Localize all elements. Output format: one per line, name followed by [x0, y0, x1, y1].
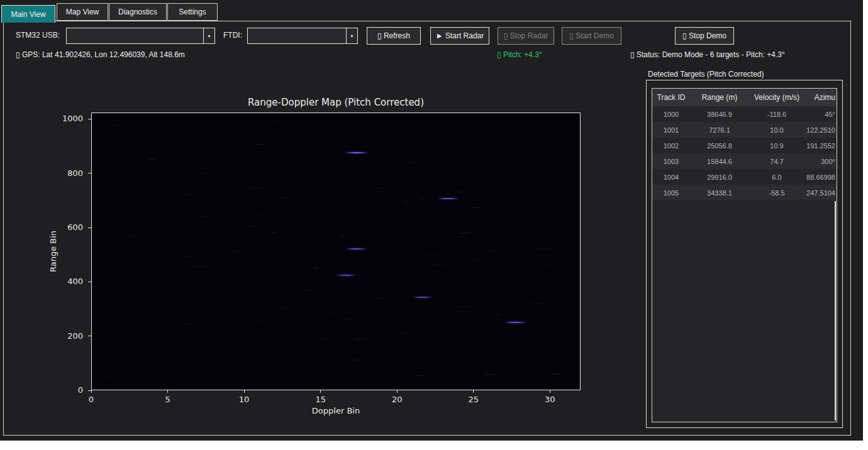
x-axis-label: Doppler Bin — [91, 406, 581, 415]
noise-speckle — [345, 293, 357, 295]
noise-speckle — [370, 190, 395, 192]
noise-speckle — [275, 197, 298, 199]
chart-title: Range-Doppler Map (Pitch Corrected) — [91, 97, 581, 108]
noise-speckle — [394, 354, 406, 356]
noise-speckle — [335, 137, 360, 139]
tab-settings[interactable]: Settings — [167, 3, 218, 21]
noise-speckle — [438, 256, 468, 257]
noise-speckle — [133, 270, 158, 272]
cell-velocity: 74.7 — [749, 158, 804, 165]
tab-map-view[interactable]: Map View — [57, 3, 108, 21]
noise-speckle — [524, 302, 551, 305]
noise-speckle — [213, 351, 229, 353]
range-doppler-heatmap — [91, 112, 581, 390]
table-header-row: Track ID Range (m) Velocity (m/s) Azimu — [652, 89, 837, 106]
y-tick-label: 0 — [44, 385, 83, 395]
stm32-usb-select[interactable]: ▼ — [66, 28, 215, 44]
noise-speckle — [245, 187, 270, 190]
cell-track-id: 1002 — [652, 142, 690, 150]
stop-radar-button: ▯ Stop Radar — [498, 27, 554, 45]
noise-speckle — [523, 354, 535, 356]
noise-speckle — [181, 213, 208, 214]
noise-speckle — [179, 256, 201, 258]
noise-speckle — [348, 321, 361, 322]
table-row[interactable]: 1004 29916.0 6.0 88.66998 — [652, 169, 837, 185]
table-row[interactable]: 1000 38646.9 -118.6 45° — [652, 106, 837, 122]
cell-velocity: -118.6 — [749, 111, 804, 118]
radar-app: Main View Map View Diagnostics Settings … — [0, 0, 868, 450]
y-axis-label: Range Bin — [48, 231, 58, 272]
col-range: Range (m) — [690, 93, 749, 102]
cell-velocity: 10.0 — [749, 126, 804, 134]
noise-speckle — [190, 173, 218, 174]
noise-speckle — [254, 261, 275, 263]
noise-speckle — [330, 268, 342, 271]
tab-main-view[interactable]: Main View — [1, 5, 55, 23]
noise-speckle — [553, 260, 567, 263]
x-tick-label: 15 — [308, 395, 333, 404]
noise-speckle — [418, 290, 431, 292]
col-track-id: Track ID — [652, 93, 690, 102]
refresh-button[interactable]: ▯ Refresh — [367, 27, 421, 45]
noise-speckle — [460, 207, 490, 209]
noise-speckle — [451, 232, 479, 234]
y-tick-mark — [88, 119, 91, 119]
noise-speckle — [169, 186, 193, 188]
noise-speckle — [348, 338, 373, 340]
cell-azimuth: 88.66998 — [804, 173, 837, 181]
noise-speckle — [381, 276, 404, 277]
noise-speckle — [247, 143, 274, 145]
target-streak — [338, 246, 375, 252]
tab-diagnostics[interactable]: Diagnostics — [109, 3, 167, 21]
y-tick-label: 1000 — [44, 114, 83, 123]
noise-speckle — [462, 259, 489, 261]
ftdi-select[interactable]: ▼ — [247, 28, 358, 44]
targets-table[interactable]: Track ID Range (m) Velocity (m/s) Azimu … — [652, 88, 837, 422]
noise-speckle — [446, 236, 477, 238]
x-tick-label: 5 — [155, 395, 181, 404]
cell-azimuth: 191.2552 — [804, 142, 837, 150]
table-scrollbar[interactable] — [835, 201, 836, 420]
stop-demo-button[interactable]: ▯ Stop Demo — [675, 27, 734, 45]
table-row[interactable]: 1005 34338.1 -58.5 247.5104 — [652, 185, 837, 200]
noise-speckle — [203, 321, 213, 322]
x-tick-mark — [167, 390, 168, 393]
cell-track-id: 1003 — [652, 158, 690, 165]
noise-speckle — [436, 163, 462, 165]
start-radar-button[interactable]: ► Start Radar — [430, 27, 489, 45]
x-tick-mark — [91, 390, 92, 393]
y-tick-label: 400 — [44, 277, 83, 286]
x-tick-mark — [550, 390, 550, 393]
noise-speckle — [367, 188, 397, 190]
x-tick-mark — [397, 390, 398, 393]
col-velocity: Velocity (m/s) — [749, 93, 804, 102]
x-tick-label: 0 — [79, 395, 104, 404]
pitch-status-text: ▯ Pitch: +4.3° — [497, 50, 542, 59]
target-streak — [337, 150, 377, 156]
noise-speckle — [308, 294, 330, 295]
noise-speckle — [450, 306, 478, 309]
noise-speckle — [481, 250, 503, 252]
noise-speckle — [121, 304, 140, 305]
x-tick-mark — [320, 390, 321, 393]
y-tick-label: 600 — [44, 222, 83, 232]
noise-speckle — [538, 263, 560, 266]
table-row[interactable]: 1001 7276.1 10.0 122.2510 — [652, 122, 837, 138]
cell-range: 38646.9 — [690, 111, 749, 118]
chevron-down-icon: ▼ — [203, 28, 214, 43]
chevron-down-icon: ▼ — [346, 28, 357, 43]
cell-velocity: 6.0 — [749, 173, 804, 181]
cell-range: 29916.0 — [690, 173, 749, 181]
y-tick-label: 200 — [44, 331, 83, 341]
cell-range: 7276.1 — [690, 126, 749, 134]
cell-range: 34338.1 — [690, 189, 749, 197]
cell-range: 25056.8 — [690, 142, 749, 150]
noise-speckle — [224, 250, 250, 252]
cell-velocity: -58.5 — [749, 189, 804, 197]
noise-speckle — [318, 130, 328, 132]
noise-speckle — [428, 264, 449, 266]
noise-speckle — [311, 266, 323, 268]
table-row[interactable]: 1003 15844.6 74.7 300° — [652, 153, 837, 169]
table-row[interactable]: 1002 25056.8 10.9 191.2552 — [652, 138, 837, 153]
col-azimuth: Azimu — [804, 93, 837, 102]
